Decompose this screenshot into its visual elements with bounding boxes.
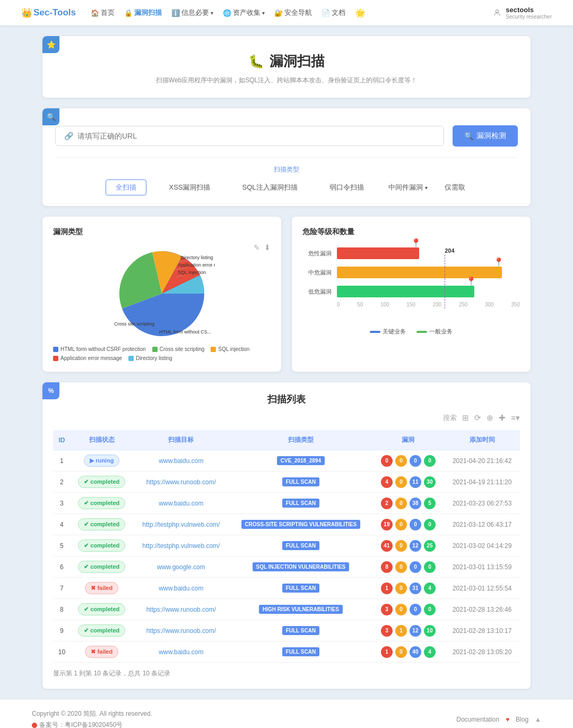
- scan-type-badge: SQL INJECTION VULNERABILITIES: [253, 562, 350, 571]
- target-link[interactable]: https://www.runoob.com/: [146, 606, 216, 613]
- navbar: 👑 Sec-Tools 🏠 首页 🔒 漏洞扫描 ℹ️ 信息必要 ▾ 🌐 资产收集…: [0, 0, 573, 25]
- scan-type-badge: FULL SCAN: [282, 541, 319, 550]
- cell-target[interactable]: http://testphp.vulnweb.com/: [133, 535, 230, 556]
- pagination-info: 显示第 1 到第 10 条记录，总共 10 条记录: [53, 669, 520, 678]
- legend-item-csrf: HTML form without CSRF protection: [53, 346, 146, 352]
- nav-scan[interactable]: 🔒 漏洞扫描: [124, 8, 162, 18]
- scan-type-readonly[interactable]: 仅需取: [442, 180, 467, 195]
- status-badge: ✔ completed: [78, 603, 125, 615]
- vuln-dot: 0: [395, 540, 407, 552]
- cell-target[interactable]: https://www.runoob.com/: [133, 599, 230, 620]
- vuln-dot: 0: [381, 455, 393, 467]
- nav-info[interactable]: ℹ️ 信息必要 ▾: [171, 8, 213, 18]
- vuln-dot: 1: [395, 625, 407, 637]
- cell-id: 6: [53, 556, 71, 578]
- scan-type-sql[interactable]: SQL注入漏洞扫描: [233, 180, 307, 195]
- cell-status: ✔ completed: [71, 493, 133, 514]
- scan-button[interactable]: 🔍 漏洞检测: [453, 125, 518, 147]
- nav-assets[interactable]: 🌐 资产收集 ▾: [223, 8, 265, 18]
- url-input[interactable]: [77, 132, 435, 140]
- cell-target[interactable]: www.baidu.com: [133, 450, 230, 472]
- cell-status: ✖ failed: [71, 641, 133, 663]
- nav-home[interactable]: 🏠 首页: [91, 8, 115, 18]
- target-link[interactable]: www.baidu.com: [159, 585, 203, 592]
- cell-vulns: 20385: [372, 493, 445, 514]
- bar-legend: 关键业务 一般业务: [302, 328, 520, 336]
- scan-type-weak[interactable]: 弱口令扫描: [320, 180, 374, 195]
- footer-blog-link[interactable]: Blog: [516, 716, 528, 723]
- status-badge: ✔ completed: [78, 476, 125, 488]
- target-link[interactable]: www.baidu.com: [159, 457, 203, 465]
- scan-list-card: % 扫描列表 搜索 ⊞ ⟳ ⊕ ✚ ≡▾ ID 扫描状态 扫描目标 扫描类型 漏…: [42, 382, 531, 689]
- search-bar: 🔗: [55, 126, 444, 146]
- scan-type-label: 扫描类型: [55, 165, 518, 174]
- nav-security[interactable]: 🔐 安全导航: [274, 8, 312, 18]
- refresh-icon[interactable]: ⟳: [474, 413, 481, 423]
- add-icon[interactable]: ✚: [499, 413, 506, 423]
- cell-status: ✔ completed: [71, 514, 133, 535]
- cell-time: 2021-03-23 06:27:53: [444, 493, 520, 514]
- table-header: ID 扫描状态 扫描目标 扫描类型 漏洞 添加时间: [53, 430, 520, 450]
- cell-target[interactable]: https://www.runoob.com/: [133, 472, 230, 493]
- scan-type-badge: CROSS-SITE SCRIPTING VULNERABILITIES: [241, 520, 361, 529]
- vuln-dot: 0: [395, 604, 407, 615]
- target-link[interactable]: https://www.runoob.com/: [146, 627, 216, 635]
- cell-type: CROSS-SITE SCRIPTING VULNERABILITIES: [229, 514, 372, 535]
- cell-target[interactable]: https://www.runoob.com/: [133, 620, 230, 641]
- nav-star[interactable]: 🌟: [355, 8, 366, 18]
- target-link[interactable]: www.google.com: [157, 563, 205, 571]
- table-icon[interactable]: ⊞: [462, 413, 469, 423]
- col-id: ID: [53, 430, 71, 450]
- cell-type: HIGH RISK VULNERABILITIES: [229, 599, 372, 620]
- footer-links: Documentation ♥ Blog ▲: [456, 716, 541, 723]
- edit-icon[interactable]: ✎: [254, 243, 260, 252]
- cell-target[interactable]: www.baidu.com: [133, 641, 230, 663]
- svg-point-0: [496, 10, 499, 13]
- link2-icon[interactable]: ⊕: [487, 413, 493, 423]
- cell-type: FULL SCAN: [229, 641, 372, 663]
- cell-target[interactable]: http://testphp.vulnweb.com/: [133, 514, 230, 535]
- bookmark-star[interactable]: ⭐: [42, 36, 59, 53]
- target-link[interactable]: www.baidu.com: [159, 500, 203, 507]
- cell-target[interactable]: www.baidu.com: [133, 578, 230, 599]
- cell-id: 7: [53, 578, 71, 599]
- scan-type-middleware[interactable]: 中间件漏洞▾: [386, 180, 430, 195]
- table-row: 1 ▶ runing www.baidu.com CVE_2018_2894 0…: [53, 450, 520, 472]
- vuln-dot: 1: [381, 646, 393, 658]
- target-link[interactable]: http://testphp.vulnweb.com/: [142, 521, 220, 528]
- target-link[interactable]: www.baidu.com: [159, 648, 203, 656]
- table-row: 3 ✔ completed www.baidu.com FULL SCAN 20…: [53, 493, 520, 514]
- svg-text:SQL injection: SQL injection: [178, 270, 206, 275]
- target-link[interactable]: https://www.runoob.com/: [146, 478, 216, 486]
- cell-target[interactable]: www.baidu.com: [133, 493, 230, 514]
- col-vuln: 漏洞: [372, 430, 445, 450]
- download-icon[interactable]: ⬇: [264, 243, 271, 252]
- menu-icon[interactable]: ≡▾: [511, 413, 520, 423]
- vuln-dot: 31: [410, 583, 421, 594]
- scan-table-body: 1 ▶ runing www.baidu.com CVE_2018_2894 0…: [53, 450, 520, 663]
- scan-type-xss[interactable]: XSS漏洞扫描: [159, 180, 220, 195]
- brand-name: Sec-Tools: [33, 7, 76, 18]
- cell-target[interactable]: www.google.com: [133, 556, 230, 578]
- pie-chart-card: 漏洞类型 ✎ ⬇: [42, 217, 281, 372]
- vuln-dot: 10: [424, 625, 436, 637]
- user-icon: [493, 8, 501, 17]
- cell-vulns: 3000: [372, 599, 445, 620]
- vuln-dot: 0: [395, 561, 407, 573]
- vuln-dot: 0: [395, 646, 407, 658]
- list-toolbar: 搜索 ⊞ ⟳ ⊕ ✚ ≡▾: [53, 413, 520, 423]
- legend-item-apperr: Application error message: [53, 355, 122, 361]
- brand[interactable]: 👑 Sec-Tools: [21, 7, 76, 19]
- nav-docs[interactable]: 📄 文档: [322, 8, 345, 18]
- scan-type-all[interactable]: 全扫描: [106, 179, 146, 195]
- footer-doc-link[interactable]: Documentation: [456, 716, 499, 723]
- vuln-dot: 4: [381, 476, 393, 488]
- cell-id: 10: [53, 641, 71, 663]
- vuln-dot: 0: [424, 519, 436, 530]
- vuln-dot: 2: [381, 498, 393, 509]
- crown-icon: 👑: [21, 7, 32, 19]
- status-badge: ✔ completed: [78, 561, 125, 573]
- target-link[interactable]: http://testphp.vulnweb.com/: [142, 542, 220, 550]
- hero-card: ⭐ 🐛 漏洞扫描 扫描Web应用程序中的漏洞，如SQL注入、跨站脚本本攻击、身份…: [42, 36, 531, 98]
- search-label: 搜索: [443, 413, 457, 423]
